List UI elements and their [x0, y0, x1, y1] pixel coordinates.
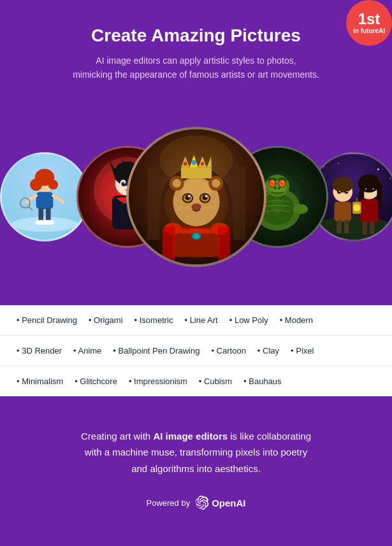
tag-low-poly: Low Poly	[226, 314, 272, 326]
svg-point-123	[365, 188, 367, 189]
svg-point-54	[191, 203, 201, 210]
powered-by: Powered by OpenAI	[38, 496, 354, 510]
svg-point-45	[212, 179, 220, 187]
svg-point-112	[339, 190, 340, 192]
tag-pencil-drawing: Pencil Drawing	[13, 314, 81, 326]
svg-point-101	[377, 168, 379, 170]
svg-point-92	[278, 187, 280, 189]
tag-line-art: Line Art	[180, 314, 221, 326]
tags-section: Pencil Drawing Origami Isometric Line Ar…	[0, 305, 392, 396]
svg-point-113	[347, 190, 348, 192]
tag-anime: Anime	[69, 345, 105, 357]
svg-point-67	[200, 162, 204, 166]
svg-point-90	[282, 181, 284, 183]
svg-point-66	[191, 160, 196, 165]
svg-point-27	[124, 182, 126, 183]
svg-point-99	[323, 165, 324, 167]
openai-logo: OpenAI	[195, 496, 245, 510]
svg-point-53	[205, 195, 207, 198]
rank-text: 1st	[358, 11, 381, 27]
svg-point-106	[333, 176, 354, 192]
header-description: AI image editors can apply artistic styl…	[38, 54, 354, 82]
svg-point-111	[345, 190, 349, 194]
tag-pixel: Pixel	[287, 345, 317, 357]
tag-bauhaus: Bauhaus	[240, 375, 286, 387]
bold-text: AI image editors	[153, 431, 228, 442]
tag-cubism: Cubism	[195, 375, 236, 387]
svg-rect-6	[36, 192, 54, 209]
svg-rect-118	[360, 199, 379, 222]
tags-row-3: Minimalism Glitchcore Impressionism Cubi…	[0, 366, 392, 396]
svg-rect-119	[362, 221, 367, 234]
page-header: Create Amazing Pictures AI image editors…	[0, 0, 392, 95]
svg-rect-7	[38, 208, 43, 221]
bottom-section: Creating art with AI image editors is li…	[0, 396, 392, 529]
openai-icon	[195, 496, 209, 510]
svg-rect-108	[337, 220, 342, 233]
svg-point-71	[193, 234, 200, 239]
svg-point-122	[371, 187, 375, 191]
svg-rect-75	[217, 226, 229, 263]
tag-3d-render: 3D Render	[13, 345, 66, 357]
svg-point-89	[272, 181, 274, 183]
svg-point-121	[363, 187, 367, 191]
svg-point-110	[337, 190, 341, 194]
image-skater	[0, 152, 89, 241]
tag-modern: Modern	[276, 314, 317, 326]
tag-origami: Origami	[85, 314, 127, 326]
svg-rect-74	[163, 226, 175, 263]
svg-point-5	[48, 180, 58, 189]
svg-point-4	[30, 178, 42, 190]
tag-glitchcore: Glitchcore	[71, 375, 121, 387]
svg-rect-109	[344, 220, 349, 233]
tag-isometric: Isometric	[131, 314, 177, 326]
rank-badge: 1st in futureAI	[346, 0, 392, 46]
svg-point-52	[187, 195, 190, 198]
svg-rect-120	[370, 221, 375, 234]
images-section	[0, 108, 392, 286]
svg-point-91	[274, 187, 277, 189]
svg-rect-36	[233, 166, 245, 240]
page-title: Create Amazing Pictures	[38, 25, 354, 46]
svg-rect-35	[147, 166, 159, 240]
image-lion	[126, 127, 266, 267]
svg-point-102	[389, 178, 391, 179]
svg-point-10	[42, 220, 54, 225]
svg-point-126	[353, 204, 360, 211]
tag-impressionism: Impressionism	[125, 375, 191, 387]
svg-point-43	[172, 179, 180, 187]
svg-point-65	[183, 162, 187, 166]
svg-point-100	[338, 162, 339, 164]
tag-clay: Clay	[254, 345, 283, 357]
svg-rect-107	[334, 201, 351, 221]
openai-text: OpenAI	[212, 498, 245, 508]
bottom-text: Creating art with AI image editors is li…	[38, 428, 354, 477]
tags-row-2: 3D Render Anime Ballpoint Pen Drawing Ca…	[0, 336, 392, 366]
tags-row-1: Pencil Drawing Origami Isometric Line Ar…	[0, 305, 392, 336]
svg-point-124	[373, 188, 374, 189]
svg-rect-60	[180, 168, 211, 178]
tag-ballpoint-pen: Ballpoint Pen Drawing	[109, 345, 203, 357]
svg-point-94	[293, 204, 308, 213]
svg-rect-8	[46, 208, 51, 221]
tag-minimalism: Minimalism	[13, 375, 67, 387]
badge-subtitle: in futureAI	[353, 27, 385, 35]
powered-label: Powered by	[147, 498, 191, 508]
tag-cartoon: Cartoon	[207, 345, 249, 357]
